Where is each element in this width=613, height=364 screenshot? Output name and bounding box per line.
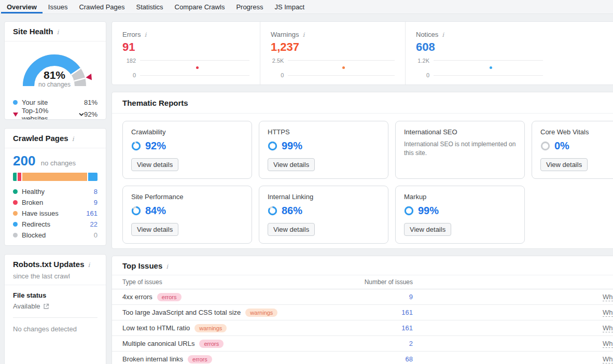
have-issues-dot-icon <box>13 211 18 216</box>
errors-sparkline: 182 0 <box>122 60 249 76</box>
site-health-title: Site Health <box>13 27 53 36</box>
view-details-button[interactable]: View details <box>131 223 178 236</box>
card-description: International SEO is not implemented on … <box>404 140 516 158</box>
why-how-to-fix-link[interactable]: Wh <box>603 340 613 348</box>
axis-max: 182 <box>127 58 136 64</box>
card-site-performance: Site Performance 84% View details <box>122 186 252 244</box>
blocked-label: Blocked <box>22 231 46 239</box>
warnings-value: 1,237 <box>271 40 395 54</box>
why-how-to-fix-link[interactable]: Wh <box>603 324 613 332</box>
issue-badge: warnings <box>194 324 227 332</box>
view-details-button[interactable]: View details <box>268 223 315 236</box>
info-icon[interactable]: i <box>144 31 146 38</box>
bar-segment-healthy <box>13 173 17 181</box>
file-status-value[interactable]: Available <box>13 302 40 310</box>
redirects-dot-icon <box>13 222 18 227</box>
info-icon[interactable]: i <box>442 31 444 38</box>
blocked-count: 0 <box>94 231 97 239</box>
broken-count[interactable]: 9 <box>94 199 97 206</box>
info-icon[interactable]: i <box>57 29 59 36</box>
card-core-web-vitals: Core Web Vitals 0% View details <box>532 121 613 179</box>
card-https: HTTPS 99% View details <box>259 121 388 179</box>
notices-data-point <box>490 66 492 69</box>
progress-ring-icon <box>540 141 550 151</box>
crawled-pages-title: Crawled Pages <box>13 134 68 143</box>
info-icon[interactable]: i <box>166 263 168 270</box>
external-link-icon[interactable] <box>43 303 49 310</box>
red-triangle-icon <box>13 113 18 117</box>
tab-statistics[interactable]: Statistics <box>131 0 169 13</box>
table-row: 4xx errors errors 9 Wh <box>112 289 613 305</box>
why-how-to-fix-link[interactable]: Wh <box>603 293 613 301</box>
info-icon[interactable]: i <box>72 135 74 143</box>
issue-count-link[interactable]: 161 <box>401 324 413 332</box>
robots-title: Robots.txt Updates <box>13 260 85 269</box>
crawled-pages-bar <box>13 173 97 181</box>
thematic-title: Thematic Reports <box>122 99 188 107</box>
issue-badge: warnings <box>245 309 277 317</box>
issue-count-link[interactable]: 2 <box>409 340 413 347</box>
tab-issues[interactable]: Issues <box>43 0 74 13</box>
table-row: Broken internal links errors 68 Wh <box>112 352 613 364</box>
chevron-down-icon[interactable] <box>79 113 84 116</box>
info-icon[interactable]: i <box>302 31 304 38</box>
view-details-button[interactable]: View details <box>404 223 451 236</box>
errors-data-point <box>196 66 199 69</box>
have-issues-label: Have issues <box>22 209 59 217</box>
notices-metric: Noticesi 608 1.2K 0 <box>405 22 613 85</box>
warnings-sparkline: 2.5K 0 <box>271 60 395 76</box>
view-details-button[interactable]: View details <box>131 158 178 171</box>
legend-blocked: Blocked 0 <box>13 230 97 241</box>
table-row: Too large JavaScript and CSS total size … <box>112 305 613 320</box>
top-sites-marker-icon <box>86 74 92 80</box>
view-details-button[interactable]: View details <box>540 158 588 171</box>
top-issues-column-header: Type of issues Number of issues <box>112 275 613 289</box>
issue-count-link[interactable]: 9 <box>409 293 413 301</box>
issue-count-link[interactable]: 161 <box>401 309 413 316</box>
legend-healthy: Healthy 8 <box>13 186 97 197</box>
legend-top-sites: Top-10% websites 92% <box>13 108 97 120</box>
healthy-label: Healthy <box>22 188 45 195</box>
top-issues-panel: Top Issuesi Type of issues Number of iss… <box>112 256 613 364</box>
tab-progress[interactable]: Progress <box>230 0 269 13</box>
tab-overview[interactable]: Overview <box>1 0 43 13</box>
card-score: 84% <box>145 205 166 217</box>
crawled-pages-total: 200 <box>13 153 35 169</box>
card-international-seo: International SEO International SEO is n… <box>395 121 525 179</box>
axis-min: 0 <box>133 72 136 78</box>
view-details-button[interactable]: View details <box>268 158 315 171</box>
issue-label: Too large JavaScript and CSS total size <box>122 309 241 316</box>
progress-ring-icon <box>131 141 141 151</box>
issue-label: 4xx errors <box>122 293 152 301</box>
info-icon[interactable]: i <box>88 261 90 269</box>
your-site-value: 81% <box>84 99 97 106</box>
column-number-of-issues: Number of issues <box>345 278 413 286</box>
issue-count-link[interactable]: 68 <box>406 355 413 363</box>
redirects-count[interactable]: 22 <box>90 220 97 228</box>
notices-value: 608 <box>416 40 613 54</box>
why-how-to-fix-link[interactable]: Wh <box>603 309 613 317</box>
top-sites-label: Top-10% websites <box>22 107 76 120</box>
divider <box>13 317 97 318</box>
tab-js-impact[interactable]: JS Impact <box>269 0 310 13</box>
card-score: 92% <box>145 140 166 152</box>
blocked-dot-icon <box>13 233 18 237</box>
have-issues-count[interactable]: 161 <box>86 209 97 217</box>
healthy-count[interactable]: 8 <box>94 188 97 195</box>
bar-segment-have-issues <box>22 173 87 181</box>
card-score: 99% <box>282 140 302 152</box>
tab-crawled-pages[interactable]: Crawled Pages <box>73 0 130 13</box>
healthy-dot-icon <box>13 189 18 194</box>
broken-label: Broken <box>22 199 43 206</box>
warnings-metric: Warningsi 1,237 2.5K 0 <box>260 22 405 85</box>
tab-compare-crawls[interactable]: Compare Crawls <box>169 0 231 13</box>
robots-panel: Robots.txt Updatesi since the last crawl… <box>4 254 106 364</box>
progress-ring-icon <box>131 206 141 216</box>
card-markup: Markup 99% View details <box>395 186 525 244</box>
top-sites-value: 92% <box>84 110 97 118</box>
why-how-to-fix-link[interactable]: Wh <box>603 355 613 363</box>
issue-badge: errors <box>157 293 182 301</box>
issue-badge: errors <box>199 340 224 348</box>
your-site-label: Your site <box>22 99 48 106</box>
issue-label: Multiple canonical URLs <box>122 340 194 347</box>
